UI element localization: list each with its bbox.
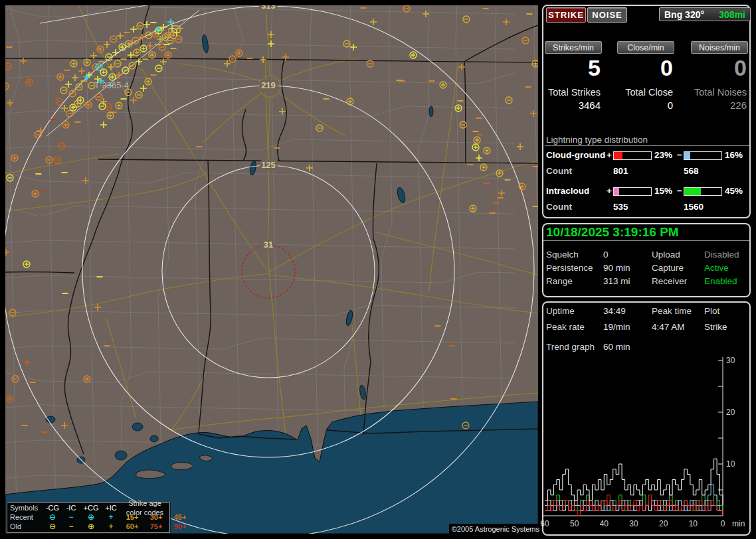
legend-symbol-glyph: ⊕	[80, 512, 102, 522]
cg-neg-count: 568	[684, 166, 699, 176]
peak-time-label: Peak time	[652, 306, 692, 316]
noises-per-min-button[interactable]: Noises/min	[691, 41, 748, 54]
uptime-value: 34:49	[603, 306, 626, 316]
peak-time-value: 4:47 AM	[652, 322, 685, 332]
svg-text:60: 60	[540, 519, 549, 528]
legend-symbol-glyph: ⊖	[43, 512, 62, 522]
plus-sign: +	[607, 150, 612, 160]
intracloud-label: Intracloud	[546, 186, 589, 196]
legend-age-90+: 90+	[168, 522, 192, 531]
strikes-per-min-value: 5	[534, 56, 601, 80]
svg-text:20: 20	[726, 408, 735, 417]
bearing-display: Bng 320° 308mi	[659, 7, 751, 21]
count-label: Count	[546, 166, 572, 176]
legend-row-label: Old	[7, 522, 43, 531]
svg-text:0: 0	[721, 519, 725, 528]
trend-series-cg-pos	[545, 495, 723, 516]
cg-pos-percent: 23%	[654, 150, 672, 160]
legend-age-60+: 60+	[120, 522, 144, 531]
minus-sign: −	[677, 150, 682, 160]
ic-pos-percent: 15%	[654, 186, 672, 196]
distribution-title: Lightning type distribution	[546, 135, 648, 145]
strikes-per-min-button[interactable]: Strikes/min	[545, 41, 602, 54]
noises-per-min-value: 0	[680, 56, 747, 80]
legend-symbol-glyph: −	[62, 522, 80, 531]
receiver-value: Enabled	[704, 276, 737, 286]
cg-pos-bar	[613, 151, 652, 160]
persistence-value: 90 min	[603, 263, 630, 273]
divider	[543, 240, 749, 241]
plot-label: Plot	[704, 306, 719, 316]
bearing-range-value: 308mi	[719, 9, 745, 20]
legend-col--CG: -CG	[43, 503, 62, 512]
legend-row-label: Recent	[7, 512, 43, 522]
total-noises-label: Total Noises	[658, 87, 747, 98]
legend-symbol-glyph: +	[102, 522, 120, 531]
strike-map[interactable]: 31321912531T-2365-4	[5, 5, 538, 534]
ring-label-219: 219	[261, 80, 276, 90]
plot-value: Strike	[704, 322, 727, 332]
ring-label-31: 31	[264, 240, 273, 250]
legend-symbol-glyph: ⊖	[43, 522, 62, 531]
ring-label-125: 125	[261, 160, 276, 170]
divider	[545, 145, 749, 146]
plus-sign: +	[607, 186, 612, 196]
svg-text:min: min	[732, 519, 745, 528]
svg-text:10: 10	[689, 519, 698, 528]
legend-col-+CG: +CG	[80, 503, 102, 512]
persistence-label: Persistence	[546, 263, 593, 273]
close-per-min-value: 0	[607, 56, 673, 80]
ic-pos-count: 535	[613, 202, 628, 212]
cg-neg-percent: 16%	[725, 150, 743, 160]
map-legend: Symbols-CG-IC+CG+ICStrike age color code…	[7, 502, 170, 533]
ic-neg-percent: 45%	[725, 186, 743, 196]
range-value: 313 mi	[603, 276, 630, 286]
ic-pos-bar	[613, 187, 652, 196]
count-label: Count	[546, 202, 572, 212]
minus-sign: −	[677, 186, 682, 196]
range-label: Range	[546, 276, 573, 286]
ic-neg-count: 1560	[684, 202, 704, 212]
ic-neg-bar	[684, 187, 722, 196]
svg-text:30: 30	[629, 519, 638, 528]
squelch-value: 0	[603, 250, 609, 260]
bearing-label: Bng 320°	[664, 9, 704, 20]
legend-symbol-glyph: −	[62, 512, 80, 522]
cg-pos-count: 801	[613, 166, 628, 176]
cg-neg-bar	[684, 151, 722, 160]
peak-rate-value: 19/min	[603, 322, 630, 332]
legend-age-45+: 45+	[168, 512, 192, 522]
svg-text:50: 50	[570, 519, 579, 528]
trend-window-value: 60 min	[603, 342, 630, 352]
storm-cell-label: T-2365-4	[94, 80, 129, 90]
upload-value: Disabled	[704, 250, 739, 260]
ring-label-313: 313	[261, 5, 276, 11]
receiver-label: Receiver	[652, 276, 687, 286]
svg-text:30: 30	[726, 356, 735, 365]
legend-age-75+: 75+	[144, 522, 168, 531]
trend-series-total	[545, 459, 723, 505]
uptime-label: Uptime	[546, 306, 575, 316]
legend-symbol-glyph: ⊕	[80, 522, 102, 531]
copyright-text: ©2005 Astrogenic Systems	[449, 524, 541, 534]
strike-mode-button[interactable]: STRIKE	[546, 7, 586, 23]
svg-text:40: 40	[600, 519, 609, 528]
cloud-ground-label: Cloud-ground	[546, 150, 605, 160]
legend-age-15+: 15+	[120, 512, 144, 522]
capture-label: Capture	[652, 263, 684, 273]
squelch-label: Squelch	[546, 250, 579, 260]
legend-symbol-glyph: +	[102, 512, 120, 522]
datetime-display: 10/18/2025 3:19:16 PM	[546, 225, 679, 240]
legend-col-+IC: +IC	[102, 503, 120, 512]
peak-rate-label: Peak rate	[546, 322, 585, 332]
legend-age-30+: 30+	[144, 512, 168, 522]
legend-symbols-title: Symbols	[7, 503, 43, 512]
total-noises-value: 226	[658, 100, 747, 111]
close-per-min-button[interactable]: Close/min	[617, 41, 674, 54]
trend-graph-label: Trend graph	[546, 342, 595, 352]
svg-text:20: 20	[659, 519, 668, 528]
map-view[interactable]: 31321912531T-2365-4	[5, 5, 538, 534]
upload-label: Upload	[652, 250, 680, 260]
trend-graph: 3020106050403020100min	[539, 354, 756, 535]
noise-mode-button[interactable]: NOISE	[587, 7, 627, 23]
